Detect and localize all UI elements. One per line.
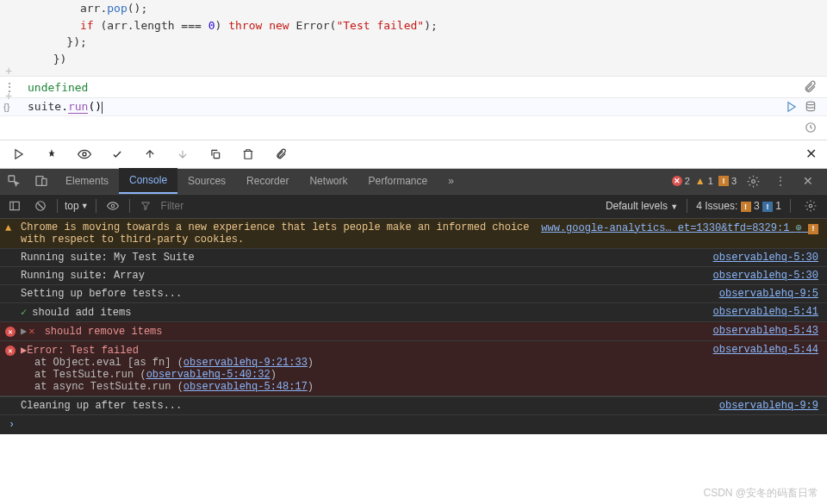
kebab-menu-icon[interactable]: ⋮ <box>770 175 791 187</box>
settings-icon[interactable] <box>742 175 765 188</box>
filter-icon[interactable] <box>137 201 154 211</box>
move-up-button[interactable] <box>141 146 159 163</box>
svg-rect-10 <box>10 202 20 209</box>
close-button[interactable]: ✕ <box>805 146 817 162</box>
tab-console[interactable]: Console <box>119 168 177 194</box>
console-source-link[interactable]: www.google-analytics…_et=1330&tfd=8329:1… <box>531 221 818 234</box>
stack-link[interactable]: observablehq-9:21:33 <box>183 357 308 369</box>
console-output: ▲ Chrome is moving towards a new experie… <box>0 219 827 434</box>
svg-point-1 <box>806 102 814 105</box>
clock-icon[interactable] <box>805 121 817 134</box>
watermark: CSDN @安冬的码畜日常 <box>703 486 818 501</box>
console-error-block: ✕ ▶Error: Test failed observablehq-5:44 … <box>0 341 827 396</box>
notebook-toolbar: ✕ <box>0 140 827 169</box>
stack-link[interactable]: observablehq-5:40:32 <box>146 369 270 381</box>
tab-elements[interactable]: Elements <box>55 168 119 194</box>
tab-performance[interactable]: Performance <box>358 168 438 194</box>
run-cell-icon[interactable] <box>786 101 798 113</box>
svg-point-4 <box>83 152 86 156</box>
cell-output-value: undefined <box>16 81 88 94</box>
console-source-link[interactable]: observablehq-9:9 <box>709 400 818 412</box>
cell-output-row: + ⋮ undefined <box>0 77 827 97</box>
devtools-close-icon[interactable]: ✕ <box>796 174 820 188</box>
add-cell-icon[interactable]: + <box>5 90 12 102</box>
svg-marker-0 <box>788 103 795 112</box>
console-prompt[interactable]: › <box>0 415 827 434</box>
svg-line-13 <box>38 203 44 209</box>
stack-trace-line: at TestSuite.run (observablehq-5:40:32) <box>21 369 818 381</box>
stack-trace-line: at Object.eval [as fn] (observablehq-9:2… <box>21 357 818 369</box>
error-icon: ✕ <box>5 345 16 357</box>
devtools-tabbar: Elements Console Sources Recorder Networ… <box>0 169 827 195</box>
error-count-badge[interactable]: ✕2 <box>672 176 690 186</box>
svg-rect-5 <box>214 152 219 158</box>
error-icon: ✕ <box>5 326 16 338</box>
console-warning-row: ▲ Chrome is moving towards a new experie… <box>0 219 827 249</box>
visibility-button[interactable] <box>76 146 93 163</box>
console-settings-icon[interactable] <box>799 200 822 212</box>
play-button[interactable] <box>10 146 28 163</box>
tab-recorder[interactable]: Recorder <box>236 168 299 194</box>
console-log-row: Running suite: My Test Suite observableh… <box>0 249 827 267</box>
spacer-row <box>0 115 827 140</box>
console-source-link[interactable]: observablehq-5:44 <box>703 344 818 357</box>
attachment-icon[interactable] <box>803 80 817 94</box>
check-icon: ✓ <box>21 307 27 319</box>
code-input[interactable]: suite.run() <box>16 100 786 114</box>
levels-selector[interactable]: Default levels ▼ <box>606 200 678 212</box>
code-token-pop: pop <box>107 2 127 15</box>
context-selector[interactable]: top ▼ <box>65 200 89 212</box>
svg-rect-8 <box>42 178 47 185</box>
delete-button[interactable] <box>239 146 257 163</box>
console-filterbar: top ▼ Default levels ▼ 4 Issues: ! 3 ! 1 <box>0 195 827 219</box>
svg-marker-3 <box>16 149 22 159</box>
cell-type-icon[interactable]: {} <box>3 102 16 112</box>
devtools-panel: Elements Console Sources Recorder Networ… <box>0 169 827 434</box>
console-source-link[interactable]: observablehq-5:30 <box>703 270 818 282</box>
stack-trace-line: at async TestSuite.run (observablehq-5:4… <box>21 381 818 393</box>
console-sidebar-toggle-icon[interactable] <box>5 200 24 212</box>
live-expression-icon[interactable] <box>103 200 122 212</box>
pin-button[interactable] <box>43 146 60 163</box>
code-editor[interactable]: arr.pop(); if (arr.length === 0) throw n… <box>0 0 827 76</box>
console-error-row: ✕ ▶✕ should remove items observablehq-5:… <box>0 322 827 341</box>
console-source-link[interactable]: observablehq-5:41 <box>703 306 818 318</box>
warning-icon: ▲ <box>5 222 11 234</box>
tab-sources[interactable]: Sources <box>177 168 236 194</box>
add-cell-icon[interactable]: + <box>5 65 12 77</box>
inspect-element-icon[interactable] <box>0 174 28 188</box>
issues-summary[interactable]: 4 Issues: ! 3 ! 1 <box>696 200 781 212</box>
console-warning-text: Chrome is moving towards a new experienc… <box>21 221 531 246</box>
tab-more[interactable]: » <box>438 168 464 194</box>
console-pass-row: ✓should add items observablehq-5:41 <box>0 303 827 322</box>
attach-button[interactable] <box>272 146 289 163</box>
clear-console-icon[interactable] <box>31 200 50 212</box>
duplicate-button[interactable] <box>207 146 224 163</box>
stack-link[interactable]: observablehq-5:48:17 <box>183 381 308 393</box>
console-source-link[interactable]: observablehq-5:30 <box>703 252 818 264</box>
expand-arrow-icon[interactable]: ▶ <box>21 326 27 338</box>
warning-count-badge[interactable]: ▲1 <box>695 175 713 187</box>
svg-point-15 <box>809 204 812 208</box>
issue-count-badge[interactable]: !3 <box>718 176 737 186</box>
filter-input[interactable] <box>161 200 264 212</box>
console-log-row: Cleaning up after tests... observablehq-… <box>0 396 827 415</box>
console-source-link[interactable]: observablehq-5:43 <box>703 325 818 337</box>
cell-input-row[interactable]: + {} suite.run() <box>0 97 827 115</box>
database-icon[interactable] <box>805 101 817 113</box>
console-source-link[interactable]: observablehq-9:5 <box>709 288 818 300</box>
x-icon: ✕ <box>28 326 34 338</box>
svg-point-9 <box>752 179 755 183</box>
device-toggle-icon[interactable] <box>28 174 55 188</box>
check-button[interactable] <box>109 146 126 163</box>
console-log-row: Running suite: Array observablehq-5:30 <box>0 267 827 285</box>
svg-point-14 <box>111 204 115 208</box>
move-down-button[interactable] <box>174 146 191 163</box>
tab-network[interactable]: Network <box>299 168 358 194</box>
console-log-row: Setting up before tests... observablehq-… <box>0 285 827 303</box>
